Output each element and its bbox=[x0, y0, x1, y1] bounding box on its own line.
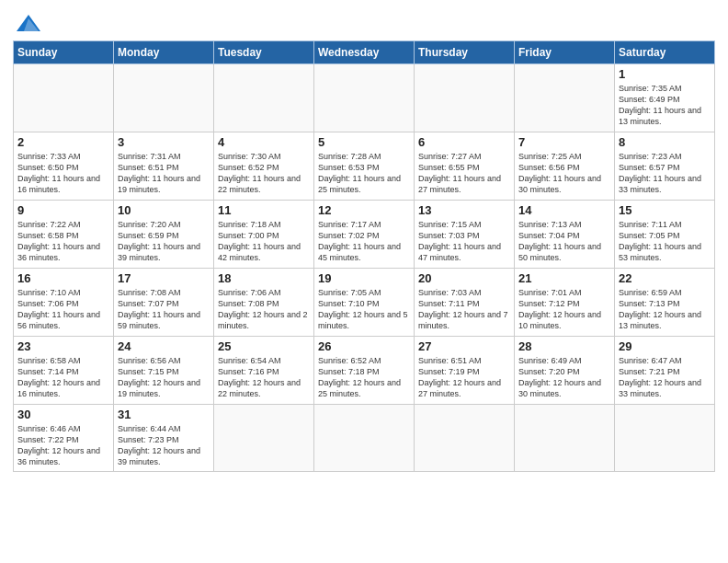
calendar-cell: 3Sunrise: 7:31 AM Sunset: 6:51 PM Daylig… bbox=[114, 132, 214, 201]
weekday-header-wednesday: Wednesday bbox=[314, 41, 415, 64]
calendar-week-row: 23Sunrise: 6:58 AM Sunset: 7:14 PM Dayli… bbox=[14, 337, 715, 405]
weekday-header-row: SundayMondayTuesdayWednesdayThursdayFrid… bbox=[14, 41, 715, 64]
day-info: Sunrise: 7:01 AM Sunset: 7:12 PM Dayligh… bbox=[518, 287, 610, 332]
calendar-week-row: 1Sunrise: 7:35 AM Sunset: 6:49 PM Daylig… bbox=[14, 64, 715, 132]
day-info: Sunrise: 7:08 AM Sunset: 7:07 PM Dayligh… bbox=[118, 287, 210, 332]
day-info: Sunrise: 7:23 AM Sunset: 6:57 PM Dayligh… bbox=[619, 151, 711, 196]
calendar-cell: 31Sunrise: 6:44 AM Sunset: 7:23 PM Dayli… bbox=[114, 405, 214, 472]
calendar-cell: 2Sunrise: 7:33 AM Sunset: 6:50 PM Daylig… bbox=[14, 132, 114, 201]
day-number: 22 bbox=[619, 271, 711, 285]
calendar-cell bbox=[515, 64, 615, 132]
day-info: Sunrise: 6:59 AM Sunset: 7:13 PM Dayligh… bbox=[619, 287, 711, 332]
day-info: Sunrise: 7:35 AM Sunset: 6:49 PM Dayligh… bbox=[619, 83, 711, 128]
day-number: 13 bbox=[418, 203, 510, 217]
calendar-cell: 1Sunrise: 7:35 AM Sunset: 6:49 PM Daylig… bbox=[615, 64, 715, 132]
day-info: Sunrise: 7:13 AM Sunset: 7:04 PM Dayligh… bbox=[518, 219, 610, 264]
calendar-cell: 6Sunrise: 7:27 AM Sunset: 6:55 PM Daylig… bbox=[415, 132, 515, 201]
calendar-cell bbox=[415, 405, 515, 472]
calendar-cell: 5Sunrise: 7:28 AM Sunset: 6:53 PM Daylig… bbox=[314, 132, 415, 201]
day-info: Sunrise: 7:28 AM Sunset: 6:53 PM Dayligh… bbox=[318, 151, 410, 196]
day-number: 23 bbox=[17, 339, 109, 353]
day-number: 27 bbox=[418, 339, 510, 353]
day-number: 7 bbox=[518, 135, 610, 149]
day-info: Sunrise: 6:49 AM Sunset: 7:20 PM Dayligh… bbox=[518, 355, 610, 400]
calendar-cell bbox=[214, 64, 314, 132]
header bbox=[13, 9, 715, 35]
day-number: 4 bbox=[218, 135, 310, 149]
calendar-cell: 30Sunrise: 6:46 AM Sunset: 7:22 PM Dayli… bbox=[14, 405, 114, 472]
weekday-header-saturday: Saturday bbox=[615, 41, 715, 64]
calendar-cell bbox=[415, 64, 515, 132]
day-number: 11 bbox=[218, 203, 310, 217]
day-info: Sunrise: 7:20 AM Sunset: 6:59 PM Dayligh… bbox=[118, 219, 210, 264]
calendar-week-row: 2Sunrise: 7:33 AM Sunset: 6:50 PM Daylig… bbox=[14, 132, 715, 201]
day-number: 10 bbox=[118, 203, 210, 217]
calendar-cell: 9Sunrise: 7:22 AM Sunset: 6:58 PM Daylig… bbox=[14, 201, 114, 269]
calendar-cell: 26Sunrise: 6:52 AM Sunset: 7:18 PM Dayli… bbox=[314, 337, 415, 405]
day-info: Sunrise: 7:17 AM Sunset: 7:02 PM Dayligh… bbox=[318, 219, 410, 264]
calendar-cell: 19Sunrise: 7:05 AM Sunset: 7:10 PM Dayli… bbox=[314, 269, 415, 337]
day-info: Sunrise: 7:15 AM Sunset: 7:03 PM Dayligh… bbox=[418, 219, 510, 264]
calendar-cell: 21Sunrise: 7:01 AM Sunset: 7:12 PM Dayli… bbox=[515, 269, 615, 337]
calendar-cell bbox=[214, 405, 314, 472]
day-number: 8 bbox=[619, 135, 711, 149]
day-number: 9 bbox=[17, 203, 109, 217]
day-number: 16 bbox=[17, 271, 109, 285]
day-info: Sunrise: 7:25 AM Sunset: 6:56 PM Dayligh… bbox=[518, 151, 610, 196]
calendar-cell: 13Sunrise: 7:15 AM Sunset: 7:03 PM Dayli… bbox=[415, 201, 515, 269]
calendar-cell: 22Sunrise: 6:59 AM Sunset: 7:13 PM Dayli… bbox=[615, 269, 715, 337]
calendar-cell: 23Sunrise: 6:58 AM Sunset: 7:14 PM Dayli… bbox=[14, 337, 114, 405]
logo-icon bbox=[15, 13, 42, 35]
day-number: 6 bbox=[418, 135, 510, 149]
day-number: 29 bbox=[619, 339, 711, 353]
day-info: Sunrise: 7:22 AM Sunset: 6:58 PM Dayligh… bbox=[17, 219, 109, 264]
calendar-cell bbox=[314, 405, 415, 472]
calendar-cell: 18Sunrise: 7:06 AM Sunset: 7:08 PM Dayli… bbox=[214, 269, 314, 337]
weekday-header-thursday: Thursday bbox=[415, 41, 515, 64]
day-info: Sunrise: 6:44 AM Sunset: 7:23 PM Dayligh… bbox=[118, 423, 210, 468]
calendar-cell: 29Sunrise: 6:47 AM Sunset: 7:21 PM Dayli… bbox=[615, 337, 715, 405]
day-number: 2 bbox=[17, 135, 109, 149]
day-number: 26 bbox=[318, 339, 410, 353]
page: SundayMondayTuesdayWednesdayThursdayFrid… bbox=[0, 0, 728, 563]
calendar-cell: 24Sunrise: 6:56 AM Sunset: 7:15 PM Dayli… bbox=[114, 337, 214, 405]
calendar-cell bbox=[515, 405, 615, 472]
calendar-cell: 8Sunrise: 7:23 AM Sunset: 6:57 PM Daylig… bbox=[615, 132, 715, 201]
calendar-cell bbox=[314, 64, 415, 132]
calendar-cell: 27Sunrise: 6:51 AM Sunset: 7:19 PM Dayli… bbox=[415, 337, 515, 405]
day-info: Sunrise: 6:51 AM Sunset: 7:19 PM Dayligh… bbox=[418, 355, 510, 400]
weekday-header-friday: Friday bbox=[515, 41, 615, 64]
calendar-cell: 12Sunrise: 7:17 AM Sunset: 7:02 PM Dayli… bbox=[314, 201, 415, 269]
calendar-cell: 16Sunrise: 7:10 AM Sunset: 7:06 PM Dayli… bbox=[14, 269, 114, 337]
calendar-cell: 14Sunrise: 7:13 AM Sunset: 7:04 PM Dayli… bbox=[515, 201, 615, 269]
day-number: 31 bbox=[118, 408, 210, 421]
calendar-cell: 28Sunrise: 6:49 AM Sunset: 7:20 PM Dayli… bbox=[515, 337, 615, 405]
day-info: Sunrise: 7:18 AM Sunset: 7:00 PM Dayligh… bbox=[218, 219, 310, 264]
day-info: Sunrise: 7:33 AM Sunset: 6:50 PM Dayligh… bbox=[17, 151, 109, 196]
day-info: Sunrise: 6:58 AM Sunset: 7:14 PM Dayligh… bbox=[17, 355, 109, 400]
day-number: 17 bbox=[118, 271, 210, 285]
calendar-cell: 4Sunrise: 7:30 AM Sunset: 6:52 PM Daylig… bbox=[214, 132, 314, 201]
day-info: Sunrise: 7:06 AM Sunset: 7:08 PM Dayligh… bbox=[218, 287, 310, 332]
calendar-cell bbox=[615, 405, 715, 472]
day-number: 5 bbox=[318, 135, 410, 149]
calendar-table: SundayMondayTuesdayWednesdayThursdayFrid… bbox=[13, 40, 715, 472]
day-info: Sunrise: 7:05 AM Sunset: 7:10 PM Dayligh… bbox=[318, 287, 410, 332]
calendar-cell: 25Sunrise: 6:54 AM Sunset: 7:16 PM Dayli… bbox=[214, 337, 314, 405]
calendar-week-row: 30Sunrise: 6:46 AM Sunset: 7:22 PM Dayli… bbox=[14, 405, 715, 472]
calendar-cell: 20Sunrise: 7:03 AM Sunset: 7:11 PM Dayli… bbox=[415, 269, 515, 337]
day-number: 15 bbox=[619, 203, 711, 217]
day-info: Sunrise: 6:46 AM Sunset: 7:22 PM Dayligh… bbox=[17, 423, 109, 468]
weekday-header-tuesday: Tuesday bbox=[214, 41, 314, 64]
day-info: Sunrise: 6:54 AM Sunset: 7:16 PM Dayligh… bbox=[218, 355, 310, 400]
day-info: Sunrise: 7:10 AM Sunset: 7:06 PM Dayligh… bbox=[17, 287, 109, 332]
calendar-cell: 17Sunrise: 7:08 AM Sunset: 7:07 PM Dayli… bbox=[114, 269, 214, 337]
day-info: Sunrise: 7:03 AM Sunset: 7:11 PM Dayligh… bbox=[418, 287, 510, 332]
day-info: Sunrise: 7:27 AM Sunset: 6:55 PM Dayligh… bbox=[418, 151, 510, 196]
calendar-cell bbox=[114, 64, 214, 132]
day-number: 3 bbox=[118, 135, 210, 149]
calendar-week-row: 16Sunrise: 7:10 AM Sunset: 7:06 PM Dayli… bbox=[14, 269, 715, 337]
day-number: 19 bbox=[318, 271, 410, 285]
day-info: Sunrise: 7:11 AM Sunset: 7:05 PM Dayligh… bbox=[619, 219, 711, 264]
day-number: 28 bbox=[518, 339, 610, 353]
